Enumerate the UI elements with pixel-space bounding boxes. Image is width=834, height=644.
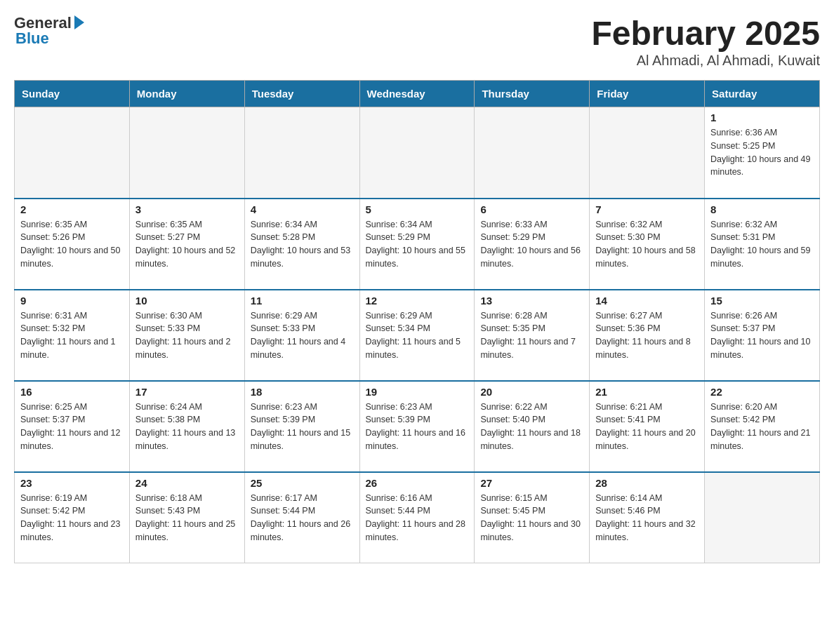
- calendar-week-5: 23Sunrise: 6:19 AM Sunset: 5:42 PM Dayli…: [15, 472, 820, 563]
- day-info: Sunrise: 6:27 AM Sunset: 5:36 PM Dayligh…: [595, 309, 699, 362]
- calendar-week-4: 16Sunrise: 6:25 AM Sunset: 5:37 PM Dayli…: [15, 381, 820, 472]
- day-info: Sunrise: 6:17 AM Sunset: 5:44 PM Dayligh…: [251, 492, 354, 544]
- day-info: Sunrise: 6:25 AM Sunset: 5:37 PM Dayligh…: [20, 401, 124, 453]
- calendar-cell: 19Sunrise: 6:23 AM Sunset: 5:39 PM Dayli…: [359, 381, 475, 472]
- day-info: Sunrise: 6:26 AM Sunset: 5:37 PM Dayligh…: [710, 309, 814, 362]
- calendar-week-1: 1Sunrise: 6:36 AM Sunset: 5:25 PM Daylig…: [15, 107, 820, 199]
- calendar-cell: 16Sunrise: 6:25 AM Sunset: 5:37 PM Dayli…: [15, 381, 130, 472]
- calendar-cell: 17Sunrise: 6:24 AM Sunset: 5:38 PM Dayli…: [129, 381, 244, 472]
- day-number: 2: [20, 203, 124, 215]
- day-number: 24: [135, 477, 239, 489]
- calendar-cell: 26Sunrise: 6:16 AM Sunset: 5:44 PM Dayli…: [359, 472, 475, 563]
- calendar-cell: 5Sunrise: 6:34 AM Sunset: 5:29 PM Daylig…: [359, 199, 475, 290]
- calendar-cell: 11Sunrise: 6:29 AM Sunset: 5:33 PM Dayli…: [244, 290, 359, 381]
- day-number: 4: [251, 203, 354, 215]
- day-number: 16: [20, 386, 124, 398]
- logo: General Blue: [14, 14, 84, 48]
- day-number: 27: [480, 477, 583, 489]
- calendar-cell: 18Sunrise: 6:23 AM Sunset: 5:39 PM Dayli…: [244, 381, 359, 472]
- day-number: 23: [20, 477, 124, 489]
- day-number: 13: [480, 295, 583, 307]
- day-number: 9: [20, 295, 124, 307]
- calendar-cell: 22Sunrise: 6:20 AM Sunset: 5:42 PM Dayli…: [705, 381, 820, 472]
- calendar-cell: [359, 107, 475, 199]
- day-number: 10: [135, 295, 239, 307]
- day-info: Sunrise: 6:22 AM Sunset: 5:40 PM Dayligh…: [480, 401, 583, 453]
- day-number: 11: [251, 295, 354, 307]
- calendar-cell: 27Sunrise: 6:15 AM Sunset: 5:45 PM Dayli…: [475, 472, 590, 563]
- day-info: Sunrise: 6:20 AM Sunset: 5:42 PM Dayligh…: [710, 401, 814, 453]
- calendar-header-row: Sunday Monday Tuesday Wednesday Thursday…: [15, 81, 820, 107]
- calendar-week-3: 9Sunrise: 6:31 AM Sunset: 5:32 PM Daylig…: [15, 290, 820, 381]
- page-header: General Blue February 2025 Al Ahmadi, Al…: [14, 14, 820, 69]
- calendar-cell: [590, 107, 705, 199]
- title-block: February 2025 Al Ahmadi, Al Ahmadi, Kuwa…: [591, 14, 820, 69]
- calendar-cell: 15Sunrise: 6:26 AM Sunset: 5:37 PM Dayli…: [705, 290, 820, 381]
- calendar-cell: 14Sunrise: 6:27 AM Sunset: 5:36 PM Dayli…: [590, 290, 705, 381]
- calendar-cell: [705, 472, 820, 563]
- day-info: Sunrise: 6:31 AM Sunset: 5:32 PM Dayligh…: [20, 309, 124, 362]
- day-number: 19: [366, 386, 469, 398]
- day-info: Sunrise: 6:34 AM Sunset: 5:28 PM Dayligh…: [251, 218, 354, 271]
- calendar-cell: 25Sunrise: 6:17 AM Sunset: 5:44 PM Dayli…: [244, 472, 359, 563]
- day-number: 25: [251, 477, 354, 489]
- day-info: Sunrise: 6:28 AM Sunset: 5:35 PM Dayligh…: [480, 309, 583, 362]
- day-info: Sunrise: 6:18 AM Sunset: 5:43 PM Dayligh…: [135, 492, 239, 544]
- col-saturday: Saturday: [705, 81, 820, 107]
- day-info: Sunrise: 6:29 AM Sunset: 5:33 PM Dayligh…: [251, 309, 354, 362]
- calendar-cell: 9Sunrise: 6:31 AM Sunset: 5:32 PM Daylig…: [15, 290, 130, 381]
- calendar-cell: 12Sunrise: 6:29 AM Sunset: 5:34 PM Dayli…: [359, 290, 475, 381]
- day-info: Sunrise: 6:32 AM Sunset: 5:30 PM Dayligh…: [595, 218, 699, 271]
- col-thursday: Thursday: [475, 81, 590, 107]
- calendar-cell: 4Sunrise: 6:34 AM Sunset: 5:28 PM Daylig…: [244, 199, 359, 290]
- day-number: 20: [480, 386, 583, 398]
- calendar-cell: 8Sunrise: 6:32 AM Sunset: 5:31 PM Daylig…: [705, 199, 820, 290]
- day-number: 26: [366, 477, 469, 489]
- calendar-cell: 2Sunrise: 6:35 AM Sunset: 5:26 PM Daylig…: [15, 199, 130, 290]
- day-info: Sunrise: 6:19 AM Sunset: 5:42 PM Dayligh…: [20, 492, 124, 544]
- day-number: 18: [251, 386, 354, 398]
- day-number: 1: [710, 112, 814, 123]
- calendar-cell: 7Sunrise: 6:32 AM Sunset: 5:30 PM Daylig…: [590, 199, 705, 290]
- day-number: 8: [710, 203, 814, 215]
- calendar-cell: [129, 107, 244, 199]
- day-info: Sunrise: 6:23 AM Sunset: 5:39 PM Dayligh…: [251, 401, 354, 453]
- day-number: 6: [480, 203, 583, 215]
- day-number: 21: [595, 386, 699, 398]
- day-info: Sunrise: 6:34 AM Sunset: 5:29 PM Dayligh…: [366, 218, 469, 271]
- day-info: Sunrise: 6:15 AM Sunset: 5:45 PM Dayligh…: [480, 492, 583, 544]
- calendar-cell: 6Sunrise: 6:33 AM Sunset: 5:29 PM Daylig…: [475, 199, 590, 290]
- day-info: Sunrise: 6:24 AM Sunset: 5:38 PM Dayligh…: [135, 401, 239, 453]
- day-number: 17: [135, 386, 239, 398]
- calendar-cell: 28Sunrise: 6:14 AM Sunset: 5:46 PM Dayli…: [590, 472, 705, 563]
- day-info: Sunrise: 6:23 AM Sunset: 5:39 PM Dayligh…: [366, 401, 469, 453]
- day-info: Sunrise: 6:35 AM Sunset: 5:26 PM Dayligh…: [20, 218, 124, 271]
- col-friday: Friday: [590, 81, 705, 107]
- calendar-cell: [15, 107, 130, 199]
- day-info: Sunrise: 6:29 AM Sunset: 5:34 PM Dayligh…: [366, 309, 469, 362]
- day-number: 14: [595, 295, 699, 307]
- col-wednesday: Wednesday: [359, 81, 475, 107]
- calendar-cell: 21Sunrise: 6:21 AM Sunset: 5:41 PM Dayli…: [590, 381, 705, 472]
- calendar-cell: [244, 107, 359, 199]
- calendar-cell: [475, 107, 590, 199]
- day-number: 12: [366, 295, 469, 307]
- col-monday: Monday: [129, 81, 244, 107]
- calendar-table: Sunday Monday Tuesday Wednesday Thursday…: [14, 80, 820, 563]
- day-number: 7: [595, 203, 699, 215]
- col-sunday: Sunday: [15, 81, 130, 107]
- logo-blue-text: Blue: [14, 29, 49, 48]
- calendar-subtitle: Al Ahmadi, Al Ahmadi, Kuwait: [591, 53, 820, 69]
- day-number: 28: [595, 477, 699, 489]
- day-number: 5: [366, 203, 469, 215]
- calendar-cell: 23Sunrise: 6:19 AM Sunset: 5:42 PM Dayli…: [15, 472, 130, 563]
- calendar-cell: 24Sunrise: 6:18 AM Sunset: 5:43 PM Dayli…: [129, 472, 244, 563]
- calendar-week-2: 2Sunrise: 6:35 AM Sunset: 5:26 PM Daylig…: [15, 199, 820, 290]
- calendar-cell: 13Sunrise: 6:28 AM Sunset: 5:35 PM Dayli…: [475, 290, 590, 381]
- calendar-title: February 2025: [591, 14, 820, 53]
- day-number: 22: [710, 386, 814, 398]
- col-tuesday: Tuesday: [244, 81, 359, 107]
- day-number: 3: [135, 203, 239, 215]
- logo-triangle-icon: [74, 15, 84, 29]
- calendar-cell: 3Sunrise: 6:35 AM Sunset: 5:27 PM Daylig…: [129, 199, 244, 290]
